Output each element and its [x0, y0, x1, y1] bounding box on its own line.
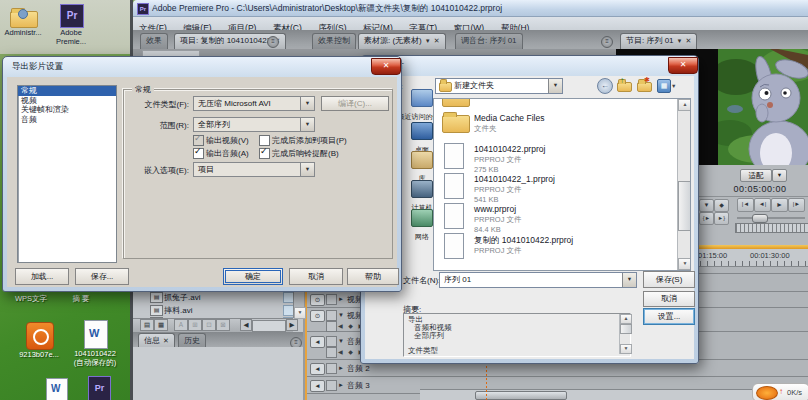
marker-out-icon[interactable]: ▼ — [699, 199, 714, 212]
play-button[interactable]: ► — [771, 198, 788, 212]
thumbnail-toggle[interactable] — [326, 321, 337, 332]
panel-menu-icon[interactable]: ≡ — [267, 36, 279, 48]
automate-icon[interactable]: A — [174, 319, 188, 331]
category-audio[interactable]: 音频 — [18, 115, 116, 125]
scroll-left-icon[interactable]: ◀ — [240, 319, 252, 331]
settings-button[interactable]: 设置... — [643, 308, 695, 325]
file-name[interactable]: 1041010422.prproj — [474, 144, 545, 154]
dropdown-arrow-icon[interactable]: ▼ — [548, 79, 562, 93]
file-name[interactable]: www.prproj — [474, 204, 516, 214]
scroll-right-icon[interactable]: ▶ — [286, 319, 298, 331]
project-item-row[interactable]: ▤ 抓兔子.avi — [135, 291, 293, 303]
word-doc2-icon[interactable]: W — [46, 378, 68, 400]
find-icon[interactable]: ⊞ — [188, 319, 202, 331]
tab-source[interactable]: 素材源: (无素材)▼✕ — [358, 33, 446, 49]
waveform-toggle[interactable] — [326, 347, 337, 358]
dropdown-arrow-icon[interactable]: ▼ — [300, 118, 314, 131]
category-general[interactable]: 常规 — [18, 86, 116, 96]
step-forward-button[interactable]: |► — [788, 198, 805, 212]
summary-scrollbar[interactable]: ▲ ▼ — [619, 314, 630, 354]
file-list[interactable]: Media Cache Files 文件夹 1041010422.prproj … — [433, 98, 691, 271]
fit-dropdown[interactable]: 适配 — [740, 169, 772, 182]
zhaiyao-label[interactable]: 摘 要 — [60, 294, 102, 304]
load-button[interactable]: 加载... — [15, 268, 69, 285]
file-list-scrollbar[interactable]: ▲ ▼ — [677, 99, 690, 270]
tab-program[interactable]: 节目: 序列 01▼✕ — [620, 33, 697, 49]
program-timecode[interactable]: 00:05:00:00 — [716, 184, 804, 194]
media-file-icon[interactable] — [26, 322, 54, 350]
close-icon[interactable]: ✕ — [434, 37, 440, 44]
premiere-desktop-icon[interactable]: Pr — [60, 4, 84, 28]
chevron-down-icon[interactable]: ▼ — [677, 38, 683, 44]
scroll-up-icon[interactable]: ▲ — [620, 314, 632, 324]
close-icon[interactable]: ✕ — [163, 337, 169, 344]
new-bin-icon[interactable]: ⊡ — [202, 319, 216, 331]
save-preset-button[interactable]: 保存... — [75, 268, 129, 285]
step-back-button[interactable]: ◄| — [754, 198, 771, 212]
go-in-icon[interactable]: {► — [699, 212, 714, 225]
toolbar-scroll-track[interactable] — [252, 320, 286, 332]
back-button-icon[interactable]: ← — [597, 78, 613, 94]
sync-lock-box[interactable] — [326, 380, 337, 391]
tab-effect-controls[interactable]: 效果控制 — [312, 33, 356, 49]
twirl-icon[interactable]: ► — [338, 382, 344, 388]
tab-mixer[interactable]: 调音台: 序列 01 — [455, 33, 523, 49]
toggle-track-audio1-speaker-icon[interactable]: ◄ — [310, 336, 325, 348]
dropdown-arrow-icon[interactable]: ▼ — [300, 97, 314, 110]
sync-lock-box[interactable] — [326, 363, 337, 374]
wps-label[interactable]: WPS文字 — [6, 294, 56, 304]
jog-wheel[interactable] — [735, 223, 808, 233]
scroll-thumb[interactable] — [678, 181, 691, 231]
shuttle-track[interactable] — [737, 217, 805, 219]
category-listbox[interactable]: 常规 视频 关键帧和渲染 音频 — [17, 85, 117, 263]
sync-lock-box[interactable] — [326, 294, 337, 305]
close-button[interactable]: ✕ — [668, 57, 698, 74]
toggle-track-audio3-speaker-icon[interactable]: ◄ — [310, 380, 325, 392]
to-start-button[interactable]: |◄ — [737, 198, 754, 212]
range-combobox[interactable]: 全部序列 ▼ — [193, 117, 315, 132]
list-view-icon[interactable]: ▤ — [140, 319, 154, 331]
go-out-icon[interactable]: ►} — [714, 212, 729, 225]
twirl-open-icon[interactable]: ▼ — [338, 338, 344, 344]
save-in-combobox[interactable]: 新建文件夹 ▼ — [435, 78, 563, 94]
net-speed-widget[interactable]: ↑ 0K/s — [752, 383, 808, 400]
output-audio-checkbox[interactable]: ✓ — [193, 148, 204, 159]
category-keyframe[interactable]: 关键帧和渲染 — [18, 105, 116, 115]
cancel-button[interactable]: 取消 — [289, 268, 343, 285]
project-item-row[interactable]: ▤ 摔料.avi — [135, 304, 293, 316]
premiere-desktop-icon2[interactable]: Pr — [88, 376, 111, 400]
twirl-open-icon[interactable]: ▼ — [338, 312, 344, 318]
admin-folder-icon[interactable] — [10, 7, 36, 26]
ok-button[interactable]: 确定 — [223, 268, 283, 285]
timeline-hscrollbar[interactable] — [420, 389, 808, 400]
dropdown-arrow-icon[interactable]: ▼ — [622, 273, 636, 287]
premiere-titlebar[interactable]: Pr Adobe Premiere Pro - C:\Users\Adminis… — [133, 0, 808, 17]
filename-combobox[interactable]: 序列 01 ▼ — [439, 272, 637, 288]
chevron-down-icon[interactable]: ▼ — [425, 38, 431, 44]
file-type-combobox[interactable]: 无压缩 Microsoft AVI ▼ — [193, 96, 315, 111]
close-icon[interactable]: ✕ — [686, 37, 692, 44]
twirl-icon[interactable]: ► — [338, 365, 344, 371]
category-video[interactable]: 视频 — [18, 96, 116, 106]
word-doc-icon[interactable]: W — [84, 320, 108, 349]
shuttle-thumb[interactable] — [752, 214, 768, 223]
twirl-icon[interactable]: ► — [338, 296, 344, 302]
toggle-track-video1-eye-icon[interactable]: ⊙ — [310, 310, 325, 322]
save-button[interactable]: 保存(S) — [643, 271, 695, 288]
toggle-track-audio2-speaker-icon[interactable]: ◄ — [310, 363, 325, 375]
sync-lock-box[interactable] — [326, 310, 337, 321]
cancel-button[interactable]: 取消 — [643, 291, 695, 307]
file-name[interactable]: Media Cache Files — [474, 113, 544, 123]
track-label-audio3[interactable]: 音频 3 — [347, 380, 370, 391]
add-to-project-checkbox[interactable] — [259, 135, 270, 146]
views-menu-icon[interactable]: ▦ — [657, 79, 671, 93]
new-folder-icon[interactable]: ✱ — [637, 79, 652, 91]
scroll-thumb[interactable] — [620, 324, 632, 334]
file-name[interactable]: 1041010422_1.prproj — [474, 174, 555, 184]
up-folder-icon[interactable]: ↑ — [617, 79, 632, 91]
views-dropdown-arrow-icon[interactable]: ▼ — [671, 83, 676, 89]
help-button[interactable]: 帮助 — [347, 268, 399, 285]
sync-lock-box[interactable] — [326, 336, 337, 347]
close-button[interactable]: ✕ — [371, 58, 401, 75]
embed-combobox[interactable]: 项目 ▼ — [193, 162, 315, 177]
